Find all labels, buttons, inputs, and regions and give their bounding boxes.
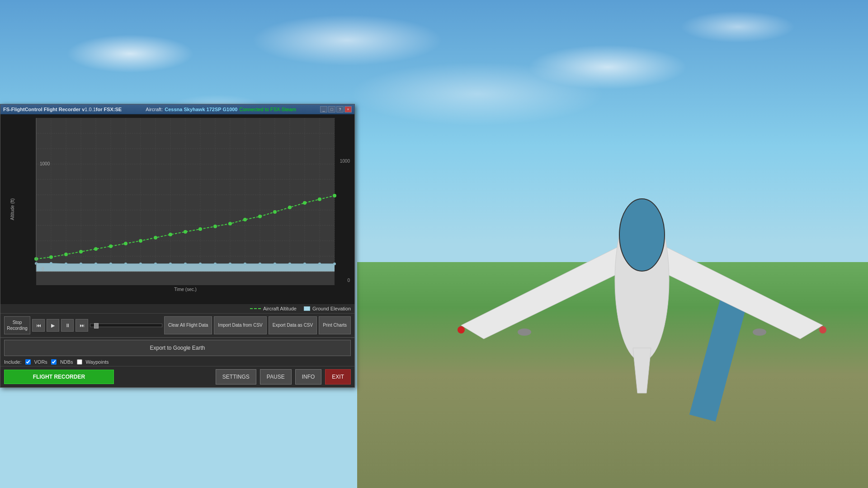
svg-point-41	[50, 262, 52, 265]
app-title: FS-FlightControl Flight Recorder v1.0.1f…	[3, 107, 122, 112]
legend-aircraft-line	[250, 308, 261, 309]
svg-point-72	[198, 227, 202, 231]
title-bar: FS-FlightControl Flight Recorder v1.0.1f…	[0, 104, 354, 114]
chart-y-axis-label: Altitude (ft)	[10, 198, 15, 220]
svg-point-63	[64, 253, 68, 256]
svg-point-6	[518, 328, 531, 336]
legend-aircraft-label: Aircraft Altitude	[263, 306, 297, 311]
svg-point-71	[184, 230, 187, 234]
title-bar-center: Aircraft: Cessna Skyhawk 172SP G1000 Con…	[146, 107, 296, 112]
vors-checkbox[interactable]	[25, 359, 31, 365]
legend-ground-swatch	[304, 306, 310, 311]
svg-point-78	[288, 206, 292, 209]
scrubber-thumb[interactable]	[94, 323, 99, 328]
svg-text:1000: 1000	[40, 161, 50, 166]
pause-playback-button[interactable]: ⏸	[61, 319, 74, 332]
svg-point-60	[333, 263, 336, 265]
svg-text:0: 0	[42, 267, 44, 272]
exit-button[interactable]: EXIT	[325, 369, 351, 385]
print-charts-button[interactable]: Print Charts	[319, 316, 351, 334]
aircraft-name: Cessna Skyhawk 172SP G1000	[165, 107, 237, 112]
svg-point-81	[333, 194, 336, 197]
svg-point-68	[139, 239, 142, 243]
stop-recording-button[interactable]: Stop Recording	[4, 316, 30, 334]
svg-point-75	[243, 218, 247, 221]
import-csv-button[interactable]: Import Data from CSV	[214, 316, 266, 334]
clear-all-button[interactable]: Clear All Flight Data	[164, 316, 212, 334]
aircraft-label: Aircraft:	[146, 107, 163, 112]
export-row: Export to Google Earth	[0, 338, 354, 358]
title-bar-left: FS-FlightControl Flight Recorder v1.0.1f…	[3, 107, 122, 112]
svg-point-55	[259, 263, 261, 265]
chart-x-label: Time (sec.)	[20, 287, 351, 292]
pause-button[interactable]: PAUSE	[260, 369, 292, 385]
legend-aircraft: Aircraft Altitude	[250, 306, 297, 311]
svg-marker-3	[633, 348, 651, 393]
svg-point-44	[94, 263, 97, 265]
svg-point-7	[753, 328, 766, 336]
include-row: Include: VORs NDBs Waypoints	[0, 358, 354, 366]
svg-point-57	[288, 263, 291, 265]
export-google-earth-button[interactable]: Export to Google Earth	[4, 340, 351, 356]
svg-point-73	[213, 225, 217, 228]
close-button[interactable]: ×	[344, 106, 352, 113]
connection-status: Connected to FSX-Steam	[240, 107, 296, 112]
info-button[interactable]: INFO	[295, 369, 322, 385]
ndbs-checkbox[interactable]	[51, 359, 57, 365]
minimize-button[interactable]: _	[320, 106, 327, 113]
ndbs-label: NDBs	[60, 359, 73, 365]
legend-ground: Ground Elevation	[304, 306, 351, 311]
vors-label: VORs	[34, 359, 47, 365]
svg-point-46	[124, 263, 127, 265]
help-button[interactable]: ?	[336, 106, 344, 113]
export-csv-button[interactable]: Export Data as CSV	[269, 316, 317, 334]
svg-point-80	[318, 197, 321, 201]
scrubber[interactable]	[90, 324, 162, 327]
bottom-bar: FLIGHT RECORDER SETTINGS PAUSE INFO EXIT	[0, 366, 354, 387]
svg-point-62	[49, 255, 53, 259]
include-label: Include:	[4, 359, 22, 365]
svg-point-52	[214, 263, 217, 265]
svg-point-76	[258, 215, 262, 218]
svg-point-47	[139, 263, 142, 265]
svg-point-67	[124, 242, 127, 245]
play-button[interactable]: ▶	[47, 319, 59, 332]
chart-container: Altitude (ft) 1000 0	[0, 114, 354, 304]
waypoints-checkbox[interactable]	[77, 359, 82, 365]
svg-point-70	[169, 233, 172, 236]
chart-canvas-wrapper: 1000 0	[20, 118, 351, 285]
svg-point-4	[458, 326, 465, 333]
export-section: Export to Google Earth Include: VORs NDB…	[0, 337, 354, 366]
fast-forward-button[interactable]: ⏭	[75, 319, 88, 332]
chart-legend: Aircraft Altitude Ground Elevation	[0, 304, 354, 313]
flight-recorder-button[interactable]: FLIGHT RECORDER	[4, 370, 114, 384]
svg-point-77	[273, 210, 277, 214]
chart-inner: 1000 0	[20, 118, 351, 296]
svg-point-64	[79, 250, 83, 253]
svg-point-50	[184, 263, 187, 265]
svg-point-2	[619, 199, 665, 271]
svg-point-59	[318, 263, 321, 265]
svg-point-48	[154, 263, 157, 265]
svg-point-79	[303, 201, 307, 205]
svg-point-65	[94, 247, 98, 251]
svg-point-66	[109, 244, 113, 248]
svg-point-45	[109, 263, 112, 265]
maximize-button[interactable]: □	[328, 106, 335, 113]
title-bar-controls: _ □ ? ×	[320, 106, 352, 113]
svg-point-49	[169, 263, 172, 265]
svg-point-53	[229, 263, 231, 265]
chart-svg: 1000 0	[20, 118, 351, 285]
settings-button[interactable]: SETTINGS	[216, 369, 256, 385]
svg-point-43	[80, 263, 82, 265]
svg-point-5	[819, 326, 826, 333]
svg-point-58	[303, 263, 306, 265]
svg-point-54	[244, 263, 246, 265]
svg-point-42	[65, 263, 67, 265]
recorder-window: FS-FlightControl Flight Recorder v1.0.1f…	[0, 104, 355, 388]
svg-point-51	[199, 263, 202, 265]
rewind-button[interactable]: ⏮	[32, 319, 45, 332]
waypoints-label: Waypoints	[86, 359, 109, 365]
svg-point-69	[154, 236, 157, 239]
svg-point-74	[228, 222, 232, 225]
